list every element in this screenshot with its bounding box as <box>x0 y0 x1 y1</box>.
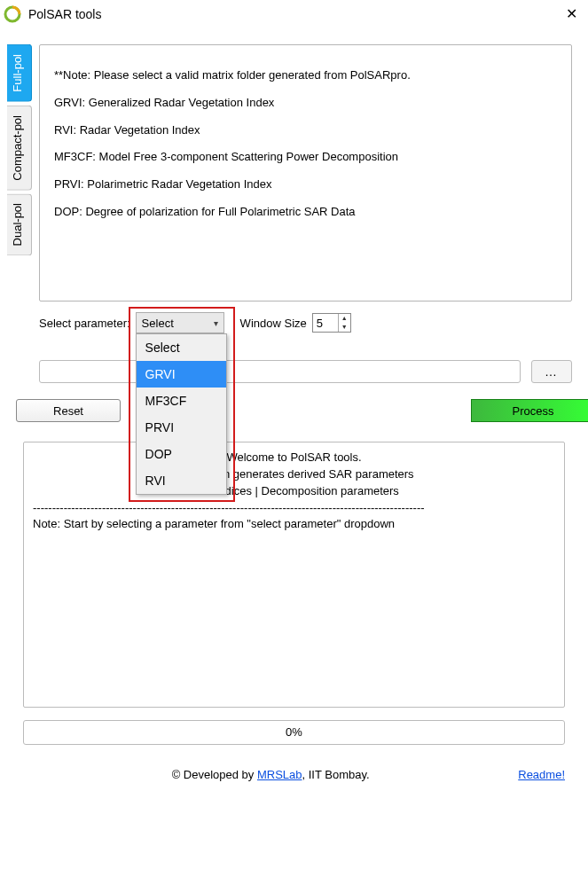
tab-compact-pol[interactable]: Compact-pol <box>7 106 32 191</box>
desc-note: **Note: Please select a valid matrix fol… <box>54 67 557 85</box>
desc-dop: DOP: Degree of polarization for Full Pol… <box>54 203 557 222</box>
process-button[interactable]: Process <box>471 399 588 422</box>
app-logo-icon <box>4 5 21 23</box>
mrslab-link[interactable]: MRSLab <box>257 768 302 781</box>
parameter-dropdown-value: Select <box>142 317 174 330</box>
dropdown-option-prvi[interactable]: PRVI <box>137 414 226 441</box>
credit-suffix: , IIT Bombay. <box>302 768 370 781</box>
dropdown-option-rvi[interactable]: RVI <box>137 467 226 494</box>
spinner-down-icon[interactable]: ▼ <box>339 323 350 332</box>
select-parameter-label: Select parameter: <box>39 317 130 330</box>
log-separator: ----------------------------------------… <box>33 500 555 517</box>
reset-button[interactable]: Reset <box>16 399 121 422</box>
dropdown-option-mf3cf[interactable]: MF3CF <box>137 388 226 414</box>
dropdown-option-grvi[interactable]: GRVI <box>137 361 226 388</box>
desc-rvi: RVI: Radar Vegetation Index <box>54 121 557 140</box>
log-line3: SAR indices | Decomposition parameters <box>33 483 555 500</box>
log-line2: This plugin generates derived SAR parame… <box>33 466 555 483</box>
parameter-dropdown-list: Select GRVI MF3CF PRVI DOP RVI <box>136 333 227 495</box>
credit-prefix: © Developed by <box>172 768 257 781</box>
tab-full-pol[interactable]: Full-pol <box>7 44 32 102</box>
log-note: Note: Start by selecting a parameter fro… <box>33 516 555 533</box>
desc-mf3cf: MF3CF: Model Free 3-component Scattering… <box>54 148 557 167</box>
progress-text: 0% <box>286 725 302 739</box>
close-icon[interactable]: ✕ <box>558 5 584 23</box>
window-size-label: Window Size <box>240 317 307 330</box>
log-welcome: Welcome to PolSAR tools. <box>33 450 555 466</box>
dropdown-option-dop[interactable]: DOP <box>137 441 226 467</box>
window-size-spinner[interactable]: ▲ ▼ <box>312 313 351 333</box>
tab-dual-pol[interactable]: Dual-pol <box>7 193 32 255</box>
browse-button[interactable]: … <box>531 360 572 383</box>
parameter-dropdown[interactable]: Select ▾ <box>136 312 224 333</box>
vertical-tabs: Full-pol Compact-pol Dual-pol <box>7 44 32 422</box>
desc-grvi: GRVI: Generalized Radar Vegetation Index <box>54 94 557 113</box>
log-panel: Welcome to PolSAR tools. This plugin gen… <box>23 442 565 708</box>
footer: © Developed by MRSLab, IIT Bombay. Readm… <box>0 768 588 788</box>
window-size-input[interactable] <box>313 314 338 332</box>
title-bar: PolSAR tools ✕ <box>0 0 588 28</box>
description-box: **Note: Please select a valid matrix fol… <box>39 44 572 301</box>
footer-credit: © Developed by MRSLab, IIT Bombay. <box>23 768 518 781</box>
readme-link[interactable]: Readme! <box>518 768 565 781</box>
chevron-down-icon: ▾ <box>214 318 218 328</box>
desc-prvi: PRVI: Polarimetric Radar Vegetation Inde… <box>54 176 557 194</box>
folder-path-field[interactable] <box>39 360 521 383</box>
progress-bar: 0% <box>23 720 565 745</box>
spinner-up-icon[interactable]: ▲ <box>339 314 350 323</box>
dropdown-option-select[interactable]: Select <box>137 334 226 361</box>
window-title: PolSAR tools <box>28 7 558 21</box>
